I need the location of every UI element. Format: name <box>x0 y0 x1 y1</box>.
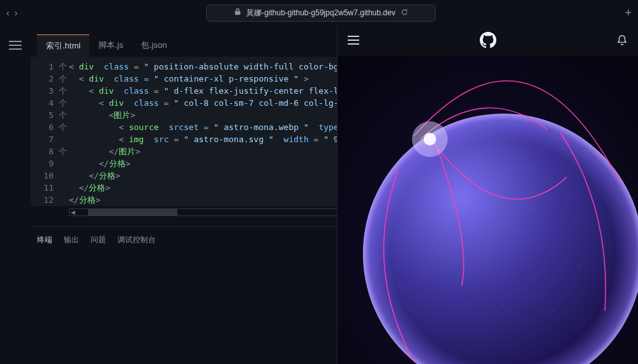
svg-point-11 <box>477 253 478 254</box>
preview-menu-icon[interactable] <box>348 36 359 47</box>
editor-tab[interactable]: 包.json <box>132 34 175 57</box>
svg-point-5 <box>528 164 529 165</box>
refresh-icon[interactable] <box>401 8 408 18</box>
svg-point-10 <box>439 253 440 254</box>
lock-icon <box>234 8 241 17</box>
panel-tab[interactable]: 调试控制台 <box>117 235 156 245</box>
notifications-icon[interactable] <box>616 34 628 48</box>
svg-point-12 <box>528 259 529 261</box>
svg-point-8 <box>534 208 535 210</box>
panel-tab[interactable]: 终端 <box>37 235 52 245</box>
panel-tab[interactable]: 输出 <box>64 235 79 245</box>
address-url: 莫娜-github-github-g59jpq2w5w7.github.dev <box>246 8 395 18</box>
svg-point-9 <box>572 221 574 222</box>
code-editor[interactable]: 1个< div class = " position-absolute widt… <box>31 57 337 206</box>
activity-bar <box>0 25 31 364</box>
title-bar: ‹ › 莫娜-github-github-g59jpq2w5w7.github.… <box>0 0 638 25</box>
horizontal-scrollbar[interactable]: ◀ ▶ <box>69 208 350 216</box>
svg-point-6 <box>445 208 447 210</box>
github-logo-icon[interactable] <box>480 32 496 50</box>
nav-back-button[interactable]: ‹ <box>6 8 10 18</box>
svg-point-15 <box>502 304 503 305</box>
globe-illustration <box>338 56 638 364</box>
svg-point-14 <box>458 298 459 299</box>
editor-tab[interactable]: 脚本.js <box>89 34 132 57</box>
svg-point-16 <box>553 310 554 312</box>
svg-point-7 <box>484 202 485 203</box>
svg-point-13 <box>579 266 580 267</box>
svg-point-18 <box>424 133 436 145</box>
svg-point-4 <box>489 157 491 159</box>
panel-tab[interactable]: 问题 <box>91 235 106 245</box>
menu-icon[interactable] <box>9 41 22 51</box>
editor-tabs: 索引.html脚本.js包.json <box>31 25 337 57</box>
scrollbar-thumb[interactable] <box>88 209 177 215</box>
svg-point-3 <box>464 170 466 171</box>
new-tab-button[interactable]: + <box>625 6 632 20</box>
editor-tab[interactable]: 索引.html <box>37 34 89 57</box>
preview-pane <box>337 25 638 364</box>
bottom-panel: 终端输出问题调试控制台 <box>31 226 337 253</box>
address-bar[interactable]: 莫娜-github-github-g59jpq2w5w7.github.dev <box>206 4 436 22</box>
